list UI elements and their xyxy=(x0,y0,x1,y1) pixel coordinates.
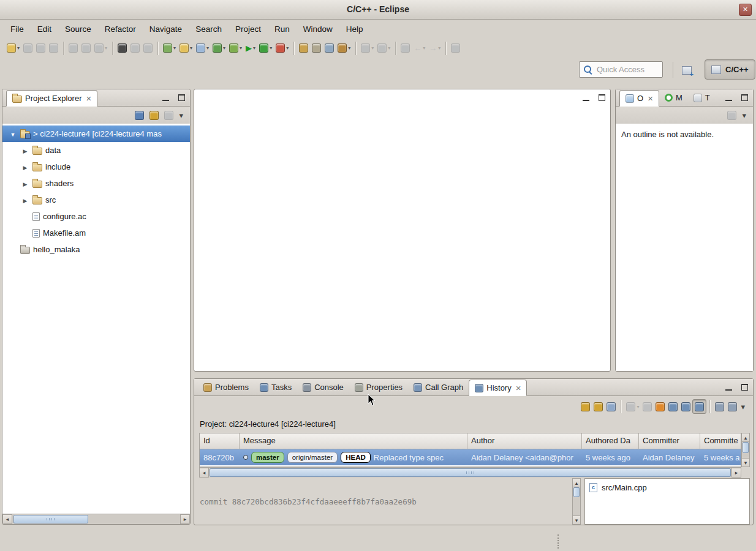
minimize-icon[interactable] xyxy=(725,384,732,391)
coverage-button[interactable]: ▾ xyxy=(211,41,227,56)
menu-run[interactable]: Run xyxy=(268,21,297,37)
maximize-icon[interactable] xyxy=(741,384,748,391)
additional-refs-button[interactable] xyxy=(679,399,692,414)
tree-item-makefile-am[interactable]: Makefile.am xyxy=(2,225,190,241)
menu-source[interactable]: Source xyxy=(58,21,98,37)
compare-mode-button[interactable]: ▾ xyxy=(624,399,641,414)
column-header-id[interactable]: Id xyxy=(200,433,240,449)
new-wizard-button[interactable]: ▾ xyxy=(5,41,21,56)
chevron-down-icon[interactable]: ▾ xyxy=(388,45,390,51)
refresh-button[interactable] xyxy=(579,399,592,414)
chevron-down-icon[interactable]: ▾ xyxy=(253,45,255,51)
chevron-down-icon[interactable]: ▾ xyxy=(270,45,272,51)
pin-editor-button[interactable] xyxy=(449,41,462,56)
menu-edit[interactable]: Edit xyxy=(31,21,58,37)
scrollbar-track[interactable] xyxy=(12,514,180,524)
details-vertical-scrollbar[interactable] xyxy=(572,478,581,525)
collapse-arrow-icon[interactable] xyxy=(21,195,29,204)
maximize-icon[interactable] xyxy=(741,94,748,101)
scrollbar-track[interactable] xyxy=(209,468,731,478)
scroll-down-button[interactable] xyxy=(573,515,580,524)
scrollbar-track[interactable] xyxy=(573,487,580,515)
scrollbar-thumb[interactable] xyxy=(743,442,749,453)
menu-refactor[interactable]: Refactor xyxy=(98,21,143,37)
save-button[interactable] xyxy=(21,41,34,56)
chevron-down-icon[interactable]: ▾ xyxy=(423,45,425,51)
collapse-all-button[interactable] xyxy=(133,108,146,122)
link-with-editor-button[interactable] xyxy=(148,108,161,122)
debug-button[interactable]: ▾ xyxy=(227,41,244,56)
search-button[interactable]: ▾ xyxy=(336,41,352,56)
menu-file[interactable]: File xyxy=(4,21,31,37)
view-menu-button[interactable]: ▾ xyxy=(177,108,185,122)
tree-item-shaders[interactable]: shaders xyxy=(2,175,190,192)
chevron-down-icon[interactable]: ▾ xyxy=(17,45,20,51)
tree-item-project[interactable]: > ci224-lecture4 [ci224-lecture4 mas xyxy=(2,126,190,142)
window-close-button[interactable] xyxy=(739,4,752,16)
make-targets-button[interactable]: ▾ xyxy=(93,41,109,56)
maximize-icon[interactable] xyxy=(178,94,185,101)
block-selection-button[interactable] xyxy=(142,41,154,56)
changed-file-item[interactable]: src/Main.cpp xyxy=(585,479,749,497)
build-button[interactable] xyxy=(67,41,80,56)
view-menu-button[interactable]: ▾ xyxy=(740,108,748,122)
chevron-down-icon[interactable]: ▾ xyxy=(223,45,225,51)
scroll-left-button[interactable] xyxy=(199,468,209,478)
menu-search[interactable]: Search xyxy=(189,21,229,37)
menu-window[interactable]: Window xyxy=(297,21,339,37)
view-menu-button[interactable]: ▾ xyxy=(739,399,747,414)
tab-call-graph[interactable]: Call Graph xyxy=(408,379,469,395)
column-header-message[interactable]: Message xyxy=(240,433,467,449)
scroll-down-button[interactable] xyxy=(742,458,749,467)
show-whitespace-button[interactable] xyxy=(129,41,142,56)
open-element-button[interactable] xyxy=(297,41,310,56)
open-task-button[interactable] xyxy=(323,41,336,56)
collapse-arrow-icon[interactable] xyxy=(21,146,29,155)
forward-button[interactable]: →▾ xyxy=(427,41,442,56)
link-with-selection-button[interactable] xyxy=(592,399,605,414)
menu-help[interactable]: Help xyxy=(339,21,370,37)
last-edit-location-button[interactable] xyxy=(399,41,412,56)
tree-item-configure-ac[interactable]: configure.ac xyxy=(2,208,190,225)
focus-on-active-task-button[interactable] xyxy=(162,108,175,122)
table-horizontal-scrollbar[interactable] xyxy=(199,467,741,478)
external-tools-button[interactable]: ▾ xyxy=(274,41,290,56)
filters-button[interactable] xyxy=(654,399,667,414)
open-perspective-button[interactable] xyxy=(678,61,696,79)
new-source-folder-button[interactable]: ▾ xyxy=(178,41,194,56)
chevron-down-icon[interactable]: ▾ xyxy=(206,45,209,51)
perspective-cpp-button[interactable]: C/C++ xyxy=(705,59,755,80)
tree-item-include[interactable]: include xyxy=(2,159,190,175)
new-source-file-button[interactable]: ▾ xyxy=(194,41,211,56)
tab-project-explorer[interactable]: Project Explorer xyxy=(6,90,97,107)
tab-console[interactable]: Console xyxy=(297,379,349,395)
expand-arrow-icon[interactable] xyxy=(9,129,17,138)
column-header-committer[interactable]: Committer xyxy=(639,433,700,449)
scroll-left-button[interactable] xyxy=(2,514,12,524)
run-button[interactable]: ▶▾ xyxy=(244,41,257,56)
tab-outline[interactable]: O xyxy=(619,90,659,107)
minimize-icon[interactable] xyxy=(583,94,589,101)
new-cpp-class-button[interactable]: ▾ xyxy=(161,41,178,56)
tab-task-list[interactable]: T xyxy=(688,89,716,106)
tab-properties[interactable]: Properties xyxy=(349,379,408,395)
tab-make-target[interactable]: M xyxy=(659,89,688,106)
profile-button[interactable]: ▾ xyxy=(257,41,274,56)
chevron-down-icon[interactable]: ▾ xyxy=(105,45,107,51)
scroll-up-button[interactable] xyxy=(742,433,749,442)
tree-item-src[interactable]: src xyxy=(2,192,190,208)
chevron-down-icon[interactable]: ▾ xyxy=(348,45,350,51)
print-button[interactable] xyxy=(47,41,60,56)
tab-tasks[interactable]: Tasks xyxy=(254,379,297,395)
chevron-down-icon[interactable]: ▾ xyxy=(438,45,440,51)
minimize-icon[interactable] xyxy=(162,94,169,101)
chevron-down-icon[interactable]: ▾ xyxy=(173,45,176,51)
previous-annotation-button[interactable]: ▾ xyxy=(376,41,392,56)
chevron-down-icon[interactable]: ▾ xyxy=(371,45,374,51)
scroll-right-button[interactable] xyxy=(731,468,741,478)
tab-problems[interactable]: Problems xyxy=(198,379,254,395)
tab-history[interactable]: History xyxy=(469,380,527,396)
tree-item-data[interactable]: data xyxy=(2,142,190,159)
close-icon[interactable] xyxy=(86,95,91,102)
first-parent-only-button[interactable] xyxy=(692,399,706,414)
